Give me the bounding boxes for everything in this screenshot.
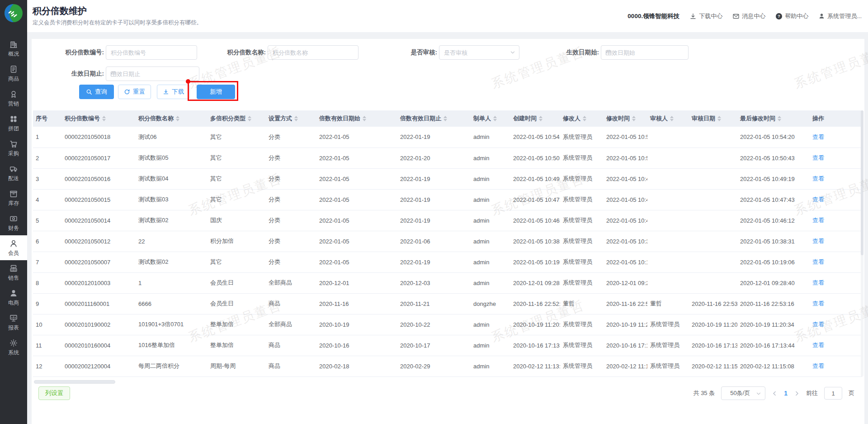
sidebar-item-marketing[interactable]: 营销 bbox=[0, 86, 27, 111]
view-link[interactable]: 查看 bbox=[812, 258, 824, 265]
view-link[interactable]: 查看 bbox=[812, 133, 824, 140]
sidebar-item-system[interactable]: 系统 bbox=[0, 335, 27, 360]
view-link[interactable]: 查看 bbox=[812, 321, 824, 328]
sort-icon[interactable] bbox=[539, 116, 542, 121]
gear-icon bbox=[9, 338, 18, 348]
effective-date-end-input[interactable] bbox=[106, 67, 199, 81]
sort-icon[interactable] bbox=[493, 116, 497, 121]
column-header-2[interactable]: 积分倍数编号 bbox=[62, 110, 136, 127]
sidebar-item-overview[interactable]: 概况 bbox=[0, 36, 27, 61]
app-logo[interactable] bbox=[4, 4, 23, 23]
cart-icon bbox=[9, 139, 18, 148]
view-link[interactable]: 查看 bbox=[812, 175, 824, 182]
filter-effective-date-start: 生效日期始: bbox=[520, 45, 689, 60]
help-center-link[interactable]: ?帮助中心 bbox=[775, 12, 808, 20]
view-link[interactable]: 查看 bbox=[812, 362, 824, 369]
view-link[interactable]: 查看 bbox=[812, 342, 824, 348]
sort-icon[interactable] bbox=[363, 116, 366, 121]
column-header-3[interactable]: 积分倍数名称 bbox=[136, 110, 208, 127]
table-cell: 10 bbox=[33, 314, 62, 335]
sort-icon[interactable] bbox=[632, 116, 636, 121]
view-link[interactable]: 查看 bbox=[812, 196, 824, 203]
table-cell: 00002012010003 bbox=[62, 272, 136, 293]
column-header-15: 操作 bbox=[810, 110, 862, 127]
sort-icon[interactable] bbox=[176, 116, 179, 121]
sidebar-item-inventory[interactable]: 库存 bbox=[0, 186, 27, 210]
goto-page-input[interactable] bbox=[824, 387, 842, 400]
column-header-13[interactable]: 审核日期 bbox=[689, 110, 737, 127]
next-page-button[interactable] bbox=[794, 391, 800, 396]
reset-button[interactable]: 重置 bbox=[118, 85, 151, 99]
table-cell: 2022-01-05 10:46:12 bbox=[737, 210, 810, 231]
column-header-10[interactable]: 修改人 bbox=[560, 110, 604, 127]
sidebar-item-delivery[interactable]: 配送 bbox=[0, 161, 27, 186]
badge-icon bbox=[9, 90, 18, 99]
add-button[interactable]: 新增 bbox=[197, 85, 235, 99]
table-cell: 系统管理员 bbox=[560, 335, 604, 356]
vertical-scrollbar[interactable] bbox=[861, 110, 863, 376]
table-cell: 2022-01-05 10:54:2 bbox=[604, 127, 647, 148]
sort-icon[interactable] bbox=[248, 116, 251, 121]
total-count: 共 35 条 bbox=[693, 389, 715, 397]
message-center-link[interactable]: 消息中心 bbox=[732, 12, 765, 20]
sort-icon[interactable] bbox=[102, 116, 106, 121]
effective-date-start-input[interactable] bbox=[601, 45, 689, 60]
column-header-6[interactable]: 倍数有效日期始 bbox=[316, 110, 397, 127]
sidebar-item-goods[interactable]: 商品 bbox=[0, 61, 27, 86]
table-cell: 2020-11-16 bbox=[316, 293, 397, 314]
view-link[interactable]: 查看 bbox=[812, 154, 824, 161]
sidebar-item-group-buy[interactable]: 拼团 bbox=[0, 111, 27, 136]
page-subtitle: 定义会员卡消费积分时在特定的卡子可以同时享受多倍积分有哪些。 bbox=[33, 19, 202, 27]
table-cell: 分类 bbox=[266, 168, 316, 189]
table-cell: 00002010190002 bbox=[62, 314, 136, 335]
table-cell: 2020-02-12 11:15:0 bbox=[604, 356, 647, 376]
search-button[interactable]: 查询 bbox=[79, 85, 114, 99]
table-row: 60000220105001222积分加倍分类2022-01-052022-01… bbox=[33, 231, 862, 252]
sidebar-item-sales[interactable]: 销售 bbox=[0, 260, 27, 285]
sort-icon[interactable] bbox=[443, 116, 447, 121]
multiplier-name-input[interactable] bbox=[268, 45, 359, 60]
table-cell: admin bbox=[471, 189, 510, 210]
sidebar-item-ecommerce[interactable]: 电商 bbox=[0, 285, 27, 310]
column-header-11[interactable]: 修改时间 bbox=[604, 110, 647, 127]
table-cell: 测试数据03 bbox=[136, 189, 208, 210]
vertical-scrollbar-thumb[interactable] bbox=[861, 110, 863, 255]
sidebar-item-member[interactable]: 会员 bbox=[0, 235, 27, 260]
table-cell bbox=[689, 168, 737, 189]
table-cell: 2022-01-05 10:49:19 bbox=[737, 168, 810, 189]
sort-icon[interactable] bbox=[294, 116, 298, 121]
multiplier-code-input[interactable] bbox=[106, 45, 197, 60]
column-header-12[interactable]: 审核人 bbox=[647, 110, 689, 127]
sort-icon[interactable] bbox=[778, 116, 781, 121]
sort-icon[interactable] bbox=[717, 116, 721, 121]
column-header-9[interactable]: 创建时间 bbox=[510, 110, 560, 127]
sidebar-item-report[interactable]: 报表 bbox=[0, 310, 27, 335]
table-cell: 系统管理员 bbox=[647, 314, 689, 335]
page-title: 积分倍数维护 bbox=[33, 5, 87, 17]
sidebar-item-purchase[interactable]: 采购 bbox=[0, 136, 27, 161]
user-menu[interactable]: 系统管理员... bbox=[818, 12, 862, 20]
package-icon bbox=[9, 189, 18, 198]
column-header-4[interactable]: 多倍积分类型 bbox=[208, 110, 266, 127]
download-button[interactable]: 下载 bbox=[157, 85, 190, 99]
view-link[interactable]: 查看 bbox=[812, 238, 824, 244]
prev-page-button[interactable] bbox=[772, 391, 778, 396]
download-center-link[interactable]: 下载中心 bbox=[689, 12, 722, 20]
page-size-select[interactable]: 50条/页 bbox=[721, 386, 765, 400]
column-header-7[interactable]: 倍数有效日期止 bbox=[397, 110, 471, 127]
view-link[interactable]: 查看 bbox=[812, 217, 824, 224]
column-setting-button[interactable]: 列设置 bbox=[38, 386, 70, 400]
sidebar-item-finance[interactable]: 财务 bbox=[0, 210, 27, 235]
column-header-5[interactable]: 设置方式 bbox=[266, 110, 316, 127]
sort-icon[interactable] bbox=[670, 116, 674, 121]
table-cell: 商品 bbox=[266, 335, 316, 356]
sort-icon[interactable] bbox=[583, 116, 586, 121]
sidebar-item-label: 配送 bbox=[8, 175, 19, 182]
column-header-14[interactable]: 最后修改时间 bbox=[737, 110, 810, 127]
page-number[interactable]: 1 bbox=[784, 390, 788, 397]
horizontal-scrollbar-thumb[interactable] bbox=[34, 380, 115, 384]
view-link[interactable]: 查看 bbox=[812, 300, 824, 307]
column-header-8[interactable]: 制单人 bbox=[471, 110, 510, 127]
view-link[interactable]: 查看 bbox=[812, 279, 824, 286]
audit-status-select[interactable] bbox=[439, 45, 519, 60]
